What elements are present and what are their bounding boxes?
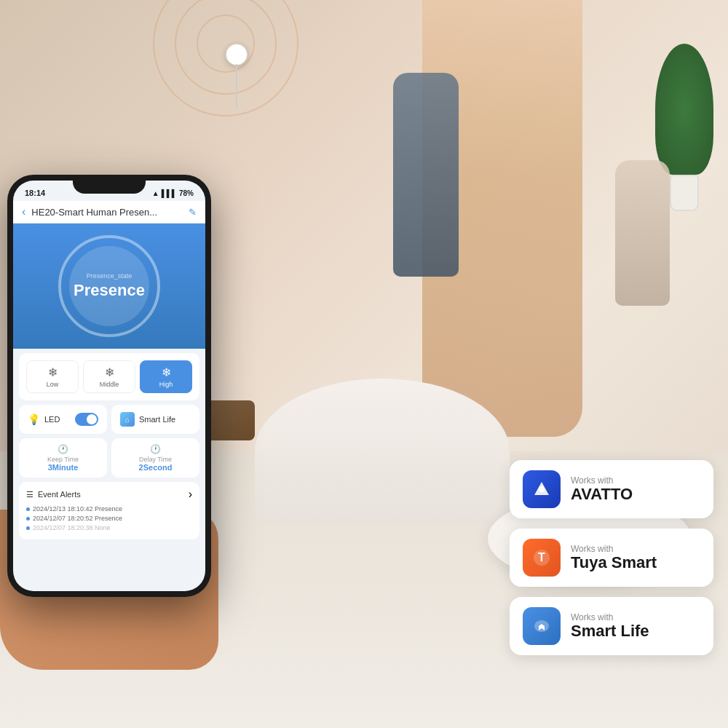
- status-icons: ▲ ▌▌▌ 78%: [152, 189, 194, 197]
- tuya-name: Tuya Smart: [571, 554, 657, 571]
- avatto-text: Works with AVATTO: [571, 475, 633, 503]
- sensitivity-high-label: High: [159, 381, 173, 388]
- keep-time-value: 3Minute: [48, 463, 79, 472]
- event-row-3: 2024/12/07 18:20:38 None: [26, 524, 192, 531]
- sensitivity-section: ❄ Low ❄ Middle ❄ High: [19, 353, 199, 400]
- event-row-1: 2024/12/13 18:10:42 Presence: [26, 505, 192, 513]
- signal-icon: ▌▌▌: [162, 189, 177, 197]
- smartlife-works-with: Works with: [571, 612, 649, 622]
- person-1-decor: [393, 73, 459, 277]
- sensor-device: [226, 44, 248, 66]
- smartlife-text: Works with Smart Life: [571, 612, 649, 640]
- tuya-works-with: Works with: [571, 544, 657, 554]
- sensitivity-middle-label: Middle: [100, 381, 119, 388]
- sensitivity-high[interactable]: ❄ High: [140, 360, 192, 393]
- back-button[interactable]: ‹: [22, 205, 25, 218]
- keep-time-label: Keep Time: [47, 456, 79, 463]
- event-text-3: 2024/12/07 18:20:38 None: [33, 524, 111, 531]
- delay-time-label: Delay Time: [139, 456, 172, 463]
- sensitivity-low-label: Low: [47, 381, 59, 388]
- sensitivity-middle-icon: ❄: [105, 365, 114, 379]
- delay-time-card[interactable]: 🕐 Delay Time 2Second: [111, 438, 199, 478]
- tuya-text: Works with Tuya Smart: [571, 544, 657, 571]
- edit-button[interactable]: ✎: [189, 207, 197, 218]
- event-text-1: 2024/12/13 18:10:42 Presence: [33, 505, 122, 513]
- event-text-2: 2024/12/07 18:20:52 Presence: [33, 515, 122, 522]
- keep-time-icon: 🕐: [58, 444, 68, 454]
- event-dot-2: [26, 517, 30, 521]
- chevron-right-icon[interactable]: ›: [189, 488, 192, 501]
- menu-icon: ☰: [26, 490, 33, 499]
- event-dot-3: [26, 526, 30, 530]
- sofa-decor: [255, 379, 510, 524]
- person-2-decor: [495, 146, 553, 306]
- event-dot-1: [26, 507, 30, 511]
- badge-cards: Works with AVATTO T Works with Tuya Smar…: [510, 460, 713, 655]
- led-label: LED: [44, 415, 71, 424]
- sensitivity-options: ❄ Low ❄ Middle ❄ High: [26, 360, 192, 393]
- sensor-wire: [236, 64, 237, 108]
- badge-avatto: Works with AVATTO: [510, 460, 713, 518]
- smartlife-name: Smart Life: [571, 622, 649, 640]
- sensitivity-low-icon: ❄: [48, 365, 58, 379]
- phone: 18:14 ▲ ▌▌▌ 78% ‹ HE20-Smart Human Prese…: [7, 175, 211, 597]
- sensitivity-high-icon: ❄: [162, 365, 171, 379]
- led-smart-row: 💡 LED ⌂ Smart Life: [19, 405, 199, 434]
- app-header: ‹ HE20-Smart Human Presen... ✎: [13, 201, 205, 223]
- avatto-icon: [523, 470, 561, 508]
- sensitivity-low[interactable]: ❄ Low: [26, 360, 79, 393]
- presence-circle-inner: Presence_state Presence: [69, 246, 149, 326]
- smartlife-icon: [523, 607, 561, 645]
- smart-life-card[interactable]: ⌂ Smart Life: [111, 405, 199, 434]
- person-3-decor: [615, 160, 670, 306]
- battery-display: 78%: [179, 189, 194, 197]
- status-time: 18:14: [25, 189, 45, 197]
- phone-notch: [73, 175, 146, 194]
- time-row: 🕐 Keep Time 3Minute 🕐 Delay Time 2Second: [19, 438, 199, 478]
- event-header: ☰ Event Alerts ›: [26, 488, 192, 501]
- led-icon: 💡: [28, 414, 40, 425]
- wifi-icon: ▲: [152, 189, 159, 197]
- svg-point-0: [539, 486, 545, 492]
- led-card: 💡 LED: [19, 405, 107, 434]
- hand-phone-container: 18:14 ▲ ▌▌▌ 78% ‹ HE20-Smart Human Prese…: [0, 175, 284, 670]
- delay-time-value: 2Second: [139, 463, 173, 472]
- svg-text:T: T: [538, 551, 545, 563]
- avatto-works-with: Works with: [571, 475, 633, 486]
- presence-state-value: Presence: [74, 281, 145, 300]
- presence-state-label: Presence_state: [87, 272, 132, 280]
- avatto-name: AVATTO: [571, 486, 633, 503]
- tuya-icon: T: [523, 539, 561, 577]
- led-toggle[interactable]: [75, 413, 98, 426]
- event-header-left: ☰ Event Alerts: [26, 490, 81, 499]
- smart-life-label: Smart Life: [139, 415, 175, 424]
- presence-area: Presence_state Presence: [13, 223, 205, 349]
- event-alerts-title: Event Alerts: [38, 490, 81, 499]
- badge-smartlife: Works with Smart Life: [510, 597, 713, 655]
- event-row-2: 2024/12/07 18:20:52 Presence: [26, 515, 192, 522]
- keep-time-card[interactable]: 🕐 Keep Time 3Minute: [19, 438, 107, 478]
- presence-circle-outer: Presence_state Presence: [58, 235, 160, 337]
- phone-screen: 18:14 ▲ ▌▌▌ 78% ‹ HE20-Smart Human Prese…: [13, 181, 205, 591]
- event-alerts: ☰ Event Alerts › 2024/12/13 18:10:42 Pre…: [19, 482, 199, 539]
- app-title: HE20-Smart Human Presen...: [31, 207, 183, 218]
- sensitivity-middle[interactable]: ❄ Middle: [83, 360, 135, 393]
- badge-tuya: T Works with Tuya Smart: [510, 529, 713, 587]
- delay-time-icon: 🕐: [150, 444, 161, 454]
- smart-life-icon: ⌂: [120, 412, 135, 427]
